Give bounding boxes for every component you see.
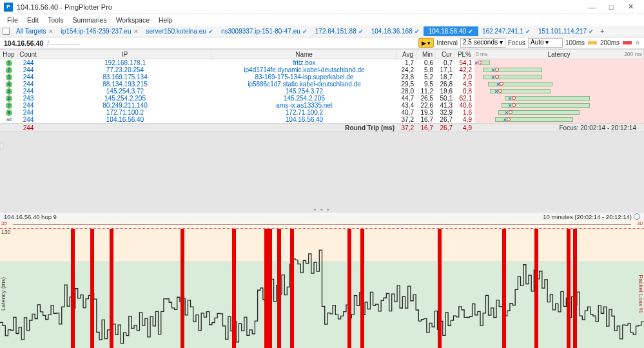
titlebar: P 104.16.56.40 - PingPlotter Pro — □ ✕ — [0, 0, 644, 14]
col-name[interactable]: Name — [211, 50, 397, 59]
minimize-button[interactable]: — — [582, 0, 601, 14]
close-button[interactable]: ✕ — [621, 0, 640, 14]
legend-200: 200ms — [600, 39, 620, 46]
packet-loss-bar — [90, 229, 94, 348]
packet-loss-bar — [573, 229, 577, 348]
trace-body: 1 244 192.168.178.1 fritz.box 1,7 0,6 0,… — [0, 59, 644, 123]
menubar: File Edit Tools Summaries Workspace Help — [0, 14, 644, 26]
packet-loss-bar — [567, 229, 571, 348]
grid-icon[interactable] — [3, 28, 10, 35]
menu-help[interactable]: Help — [154, 15, 177, 25]
refresh-icon[interactable] — [634, 213, 640, 220]
hop-row[interactable]: 5 244 145.254.3.72 145.254.3.72 28,0 11,… — [0, 88, 644, 95]
rt-min: 16,7 — [416, 124, 436, 131]
legend-200-swatch — [623, 41, 632, 44]
target-desc: / ------------- — [47, 39, 80, 47]
tab-target[interactable]: 151.101.114.217✔ — [534, 28, 598, 35]
menu-file[interactable]: File — [3, 15, 23, 25]
maximize-button[interactable]: □ — [601, 0, 621, 14]
menu-workspace[interactable]: Workspace — [112, 15, 154, 25]
target-ip: 104.16.56.40 — [4, 39, 43, 47]
hop-row[interactable]: 2 244 77.23.20.254 ip4d1714fe.dynamic.ka… — [0, 66, 644, 73]
tab-target[interactable]: server150.kotelna.eu✔ — [142, 28, 217, 35]
packet-loss-bar — [534, 229, 538, 348]
tab-all-targets[interactable]: All Targets✕ — [12, 28, 57, 35]
menu-summaries[interactable]: Summaries — [68, 15, 112, 25]
packet-loss-bar — [290, 229, 294, 348]
packet-loss-bar — [71, 229, 75, 348]
col-min[interactable]: Min — [416, 50, 436, 59]
interval-select[interactable]: 2.5 seconds ▾ — [460, 38, 505, 48]
col-latency[interactable]: 0 ms Latency 200 ms — [474, 50, 644, 59]
col-hop[interactable]: Hop — [0, 50, 18, 59]
target-tabbar: All Targets✕ ip154.ip-145-239-237.eu✕ser… — [0, 26, 644, 37]
record-button[interactable]: ▶ ▾ — [418, 38, 434, 48]
rt-avg: 37,2 — [397, 124, 416, 131]
rt-count: 244 — [18, 124, 39, 131]
packet-loss-bar — [360, 229, 364, 348]
focus-label: Focus — [508, 39, 525, 46]
legend-100-swatch — [588, 41, 597, 44]
col-pl[interactable]: PL% — [455, 50, 474, 59]
tab-target[interactable]: 162.247.241.1✔ — [478, 28, 534, 35]
tab-target[interactable]: 104.16.56.40✔ — [424, 26, 478, 36]
tab-target[interactable]: ip154.ip-145-239-237.eu✕ — [57, 28, 142, 35]
col-avg[interactable]: Avg — [397, 50, 416, 59]
packet-loss-bar — [277, 229, 281, 348]
legend-100: 100ms — [565, 39, 585, 46]
trace-header: Hop Count IP Name Avg Min Cur PL% 0 ms L… — [0, 49, 644, 59]
settings-vertical-icon[interactable]: ⚙ — [635, 41, 640, 46]
hop-row[interactable]: 6 243 145.254.2.205 145.254.2.205 44,7 2… — [0, 95, 644, 102]
rt-pl: 4,9 — [455, 124, 474, 131]
tab-target[interactable]: 172.64.151.88✔ — [311, 28, 367, 35]
packet-loss-bar — [502, 229, 506, 348]
graph-range: 10 minutes (20:02:14 - 20:12:14) — [543, 213, 632, 220]
packet-loss-bar — [110, 229, 113, 348]
hop-row[interactable]: 7 244 80.249.211.140 ams-ix.as13335.net … — [0, 102, 644, 109]
col-ip[interactable]: IP — [39, 50, 211, 59]
col-count[interactable]: Count — [18, 50, 39, 59]
tab-target[interactable]: 104.18.36.168✔ — [367, 28, 424, 35]
packet-loss-bar — [181, 229, 184, 348]
latency-plot[interactable]: 130 Latency (ms) Packet Loss % — [0, 229, 644, 348]
mini-pl-bar: 35 30 — [0, 220, 644, 229]
packet-loss-bar — [264, 229, 272, 348]
hop-row[interactable]: 3 244 83.169.175.134 83-169-175-134-isp.… — [0, 73, 644, 81]
target-row: 104.16.56.40 / ------------- ▶ ▾ Interva… — [0, 37, 644, 49]
app-icon: P — [4, 3, 13, 12]
hop-row[interactable]: alt 244 104.16.56.40 104.16.56.40 37,2 1… — [0, 116, 644, 123]
focus-select[interactable]: Auto ▾ — [528, 38, 563, 48]
rt-label: Round Trip (ms) — [211, 124, 397, 131]
graph-title: 104.16.56.40 hop 9 — [4, 213, 57, 220]
menu-edit[interactable]: Edit — [23, 15, 43, 25]
packet-loss-bar — [232, 229, 236, 348]
hop-row[interactable]: 8 244 172.71.100.2 172.71.100.2 40,7 19,… — [0, 109, 644, 116]
collapse-chevron-icon[interactable]: ‹ — [0, 139, 4, 152]
roundtrip-row: 244 Round Trip (ms) 37,2 16,7 26,7 4,9 F… — [0, 123, 644, 132]
grip-icon[interactable]: ● ● ● — [313, 207, 331, 211]
packet-loss-bar — [347, 229, 351, 348]
rt-cur: 26,7 — [436, 124, 455, 131]
menu-tools[interactable]: Tools — [43, 15, 68, 25]
tab-target[interactable]: ns3009337.ip-151-80-47.eu✔ — [217, 28, 311, 35]
packet-loss-bar — [438, 229, 442, 348]
latency-graph: 104.16.56.40 hop 9 10 minutes (20:02:14 … — [0, 213, 644, 348]
interval-label: Interval — [436, 39, 458, 46]
hop-row[interactable]: 4 244 88.134.193.215 ip5886c1d7.static.k… — [0, 81, 644, 88]
col-cur[interactable]: Cur — [436, 50, 455, 59]
splitter[interactable]: ‹ ● ● ● — [0, 132, 644, 213]
hop-row[interactable]: 1 244 192.168.178.1 fritz.box 1,7 0,6 0,… — [0, 59, 644, 66]
window-title: 104.16.56.40 - PingPlotter Pro — [17, 3, 582, 11]
rt-focus: Focus: 20:02:14 - 20:12:14 — [559, 124, 641, 131]
